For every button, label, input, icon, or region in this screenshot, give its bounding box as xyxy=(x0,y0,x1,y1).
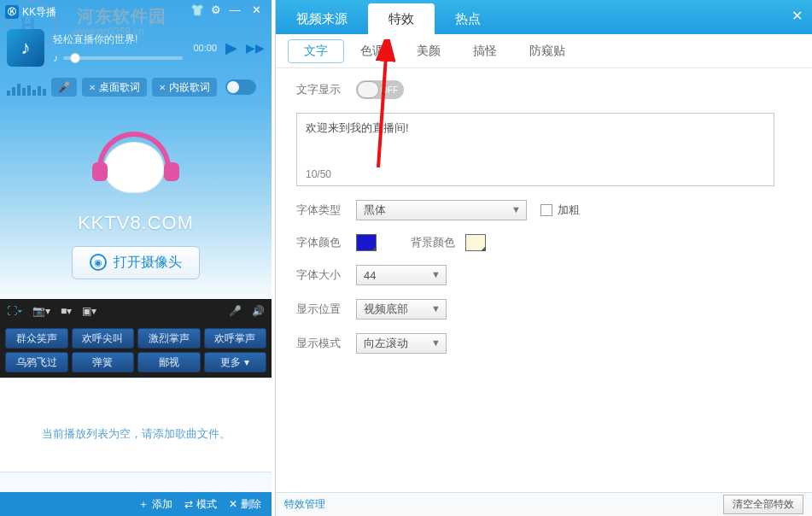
preview-area: KKTV8.COM ◉ 打开摄像头 xyxy=(0,103,272,299)
device-strip: ⛶▾ 📷▾ ■▾ ▣▾ 🎤 🔊 xyxy=(0,299,272,323)
next-button[interactable]: ▶▶ xyxy=(246,41,265,55)
row-text-display: 文字显示 OFF xyxy=(296,80,792,99)
video-device-button[interactable]: ■▾ xyxy=(61,305,72,317)
app-title: KK导播 xyxy=(22,5,56,20)
delete-button[interactable]: ✕ 删除 xyxy=(229,497,261,512)
mascot-icon xyxy=(97,123,174,200)
tab-hotspot[interactable]: 热点 xyxy=(435,3,501,34)
effects-form: 文字显示 OFF 欢迎来到我的直播间! 10/50 字体类型 黑体▼ 加粗 字体… xyxy=(276,68,812,492)
position-select[interactable]: 视频底部▼ xyxy=(356,299,447,320)
row-position: 显示位置 视频底部▼ xyxy=(296,299,792,320)
settings-icon[interactable]: ⚙ xyxy=(207,0,225,19)
sound-cell[interactable]: 群众笑声 xyxy=(5,328,68,349)
sound-cell[interactable]: 乌鸦飞过 xyxy=(5,352,68,372)
text-editor[interactable]: 欢迎来到我的直播间! 10/50 xyxy=(296,113,774,186)
label-mode: 显示模式 xyxy=(296,336,356,351)
sound-effects-grid: 群众笑声 欢呼尖叫 激烈掌声 欢呼掌声 乌鸦飞过 弹簧 鄙视 更多▾ xyxy=(0,323,272,378)
sound-cell[interactable]: 鄙视 xyxy=(137,352,201,372)
sound-cell[interactable]: 弹簧 xyxy=(72,352,135,372)
clear-all-effects-button[interactable]: 清空全部特效 xyxy=(723,495,803,514)
tab-effects[interactable]: 特效 xyxy=(368,3,435,34)
label-bg-color: 背景颜色 xyxy=(411,235,455,250)
panel-close-icon[interactable]: ✕ xyxy=(786,5,807,26)
play-button[interactable]: ▶ xyxy=(225,38,237,57)
mode-button[interactable]: ⇄ 模式 xyxy=(184,497,217,512)
chevron-down-icon: ▼ xyxy=(431,269,441,279)
skin-icon[interactable]: 👕 xyxy=(188,0,207,19)
desktop-lyrics-chip[interactable]: ✕桌面歌词 xyxy=(82,78,147,97)
thumbnail-strip xyxy=(0,472,272,492)
label-font-color: 字体颜色 xyxy=(296,235,356,250)
text-display-toggle[interactable]: OFF xyxy=(356,80,404,99)
play-time: 00:00 xyxy=(193,43,217,53)
close-icon[interactable]: ✕ xyxy=(244,0,268,19)
subtab-beauty[interactable]: 美颜 xyxy=(400,39,457,63)
editor-content: 欢迎来到我的直播间! xyxy=(306,121,409,134)
sound-more-button[interactable]: 更多▾ xyxy=(204,352,267,372)
close-chip-icon[interactable]: ✕ xyxy=(89,83,96,92)
subtab-privacy[interactable]: 防窥贴 xyxy=(513,39,581,63)
domain-text: KKTV8.COM xyxy=(78,212,194,234)
player-row: ♪ 轻松直播你的世界! ♪ 00:00 ▶ ▶▶ xyxy=(0,24,272,72)
char-counter: 10/50 xyxy=(306,168,331,180)
volume-slider[interactable] xyxy=(63,56,183,60)
effects-manage-link[interactable]: 特效管理 xyxy=(284,497,325,512)
camera-icon: ◉ xyxy=(90,254,107,271)
add-button[interactable]: ＋ 添加 xyxy=(138,497,172,512)
minimize-icon[interactable]: — xyxy=(225,0,244,19)
label-position: 显示位置 xyxy=(296,302,356,317)
effects-footer: 特效管理 清空全部特效 xyxy=(276,492,812,516)
sound-cell[interactable]: 欢呼尖叫 xyxy=(72,328,135,349)
chevron-down-icon: ▼ xyxy=(431,337,441,348)
row-mode: 显示模式 向左滚动▼ xyxy=(296,333,792,354)
player-slogan: 轻松直播你的世界! xyxy=(53,32,193,47)
font-type-select[interactable]: 黑体▼ xyxy=(356,200,527,220)
chevron-down-icon: ▼ xyxy=(511,204,521,214)
player-controls: 00:00 ▶ ▶▶ xyxy=(193,38,265,57)
volume-note-icon: ♪ xyxy=(53,52,58,64)
embed-lyrics-chip[interactable]: ✕内嵌歌词 xyxy=(152,78,217,97)
label-text-display: 文字显示 xyxy=(296,82,356,97)
row-text-editor: 欢迎来到我的直播间! 10/50 xyxy=(296,113,792,186)
screen-capture-button[interactable]: ⛶▾ xyxy=(7,305,22,317)
label-font-size: 字体大小 xyxy=(296,267,356,283)
lyrics-toggle[interactable] xyxy=(225,79,256,95)
right-panel: 视频来源 特效 热点 ✕ 文字 色调 美颜 搞怪 防窥贴 文字显示 OFF 欢迎… xyxy=(275,0,812,516)
mic-button[interactable]: 🎤 xyxy=(51,78,77,97)
window-controls: 👕 ⚙ — ✕ xyxy=(188,0,268,19)
bg-color-picker[interactable] xyxy=(465,234,486,251)
close-chip-icon[interactable]: ✕ xyxy=(159,83,166,92)
effects-tabs: 视频来源 特效 热点 ✕ xyxy=(276,0,812,34)
player-info: 轻松直播你的世界! ♪ xyxy=(44,32,193,64)
sound-cell[interactable]: 激烈掌声 xyxy=(137,328,201,349)
music-note-icon: ♪ xyxy=(21,37,31,59)
equalizer-icon xyxy=(7,79,46,96)
playlist-empty-text: 当前播放列表为空，请添加歌曲文件。 xyxy=(42,426,231,442)
album-art: ♪ xyxy=(7,29,44,67)
titlebar: Ⓚ KK导播 👕 ⚙ — ✕ xyxy=(0,0,272,24)
sound-cell[interactable]: 欢呼掌声 xyxy=(204,328,267,349)
app-logo-icon: Ⓚ xyxy=(5,5,19,19)
row-colors: 字体颜色 背景颜色 xyxy=(296,234,792,251)
chevron-down-icon: ▼ xyxy=(431,303,441,314)
game-device-button[interactable]: ▣▾ xyxy=(82,305,96,317)
subtab-tone[interactable]: 色调 xyxy=(344,39,400,63)
open-camera-button[interactable]: ◉ 打开摄像头 xyxy=(72,246,200,279)
font-size-select[interactable]: 44▼ xyxy=(356,265,447,285)
eq-row: 🎤 ✕桌面歌词 ✕内嵌歌词 xyxy=(0,72,272,103)
effects-subtabs: 文字 色调 美颜 搞怪 防窥贴 xyxy=(276,34,812,68)
mode-select[interactable]: 向左滚动▼ xyxy=(356,333,447,354)
mic-device-button[interactable]: 🎤 xyxy=(229,305,242,317)
label-font-type: 字体类型 xyxy=(296,202,356,218)
tab-video-source[interactable]: 视频来源 xyxy=(276,3,368,34)
bottom-toolbar: ＋ 添加 ⇄ 模式 ✕ 删除 xyxy=(0,492,272,516)
speaker-device-button[interactable]: 🔊 xyxy=(252,305,265,317)
row-font-type: 字体类型 黑体▼ 加粗 xyxy=(296,200,792,220)
left-panel: H 河东软件园 www.pc0359.cn Ⓚ KK导播 👕 ⚙ — ✕ ♪ 轻… xyxy=(0,0,272,516)
row-font-size: 字体大小 44▼ xyxy=(296,265,792,285)
subtab-funny[interactable]: 搞怪 xyxy=(457,39,513,63)
bold-checkbox[interactable]: 加粗 xyxy=(540,202,580,218)
subtab-text[interactable]: 文字 xyxy=(288,39,344,63)
font-color-picker[interactable] xyxy=(356,234,377,251)
camera-device-button[interactable]: 📷▾ xyxy=(32,305,50,317)
